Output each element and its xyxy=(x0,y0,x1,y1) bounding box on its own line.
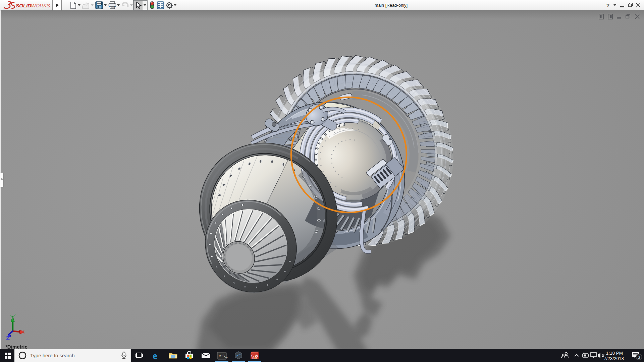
svg-text:1:18 PM: 1:18 PM xyxy=(606,351,623,356)
svg-text:*Dimetric: *Dimetric xyxy=(5,344,28,349)
svg-text:C:\_: C:\_ xyxy=(219,354,228,358)
svg-text:3: 3 xyxy=(638,355,640,360)
svg-text:?: ? xyxy=(606,2,609,8)
svg-text:2017: 2017 xyxy=(252,357,257,359)
svg-text:Type here to search: Type here to search xyxy=(30,353,75,358)
svg-text:WORKS: WORKS xyxy=(31,3,50,8)
svg-text:SOLID: SOLID xyxy=(16,3,31,8)
svg-text:7/23/2018: 7/23/2018 xyxy=(604,356,624,361)
svg-text:e: e xyxy=(153,350,157,361)
